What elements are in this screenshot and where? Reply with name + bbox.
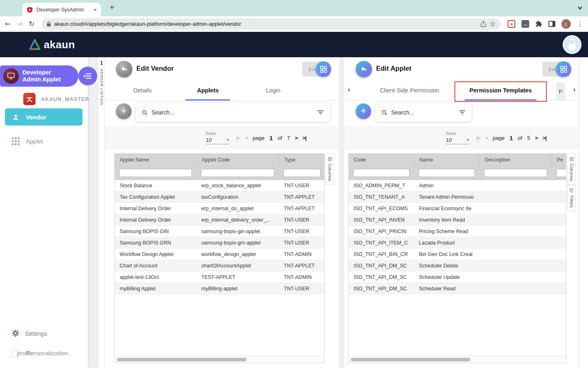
back-button[interactable] bbox=[116, 61, 132, 77]
search-box[interactable] bbox=[375, 103, 472, 122]
table-row[interactable]: ISO_TNT_API_ECOMSFinancial Ecomsync Ite bbox=[349, 203, 566, 214]
table-row[interactable]: ISO_TNT_API_BIN_CRBin Gen Doc Link Creat bbox=[349, 249, 566, 260]
user-avatar[interactable] bbox=[563, 35, 581, 54]
close-tab-icon[interactable]: × bbox=[93, 7, 97, 13]
column-header[interactable]: Description bbox=[479, 154, 552, 166]
column-header[interactable]: Type bbox=[279, 154, 325, 166]
table-cell: Samsung BOPIS GIN bbox=[115, 229, 196, 234]
horizontal-scrollbar bbox=[349, 356, 566, 363]
table-row[interactable]: Internal Delivery Ordererp_internal_do_a… bbox=[115, 203, 324, 214]
next-page-button[interactable]: > bbox=[535, 135, 538, 141]
table-row[interactable]: ISO_TNT_API_DM_SCScheduler Delete bbox=[349, 260, 566, 272]
filter-icon[interactable] bbox=[459, 110, 466, 115]
table-row[interactable]: ISO_TNT_API_ITEM_CLazada Product bbox=[349, 237, 566, 249]
column-header[interactable]: Applet Code bbox=[196, 154, 279, 166]
table-row[interactable]: ISO_TNT_API_PRICINPricing Scheme Read bbox=[349, 226, 566, 237]
search-input[interactable] bbox=[151, 109, 314, 116]
tab-permission-templates[interactable]: Permission Templates bbox=[454, 80, 547, 100]
column-header[interactable]: Name bbox=[414, 154, 479, 166]
browser-menu-icon[interactable]: ⋮ bbox=[577, 20, 583, 28]
column-header[interactable]: Applet Name bbox=[115, 154, 196, 166]
prev-page-button[interactable]: < bbox=[485, 135, 488, 141]
last-page-button[interactable]: >| bbox=[543, 135, 546, 141]
table-row[interactable]: ISO_TNT_TENANT_ATenant Admin Permissio bbox=[349, 191, 566, 203]
share-icon[interactable] bbox=[481, 21, 486, 27]
next-page-button[interactable]: > bbox=[295, 135, 298, 141]
table-row[interactable]: ISO_TNT_API_INVENInventory Item Read bbox=[349, 214, 566, 226]
table-row[interactable]: ISO_ADMIN_PERM_TAdmin bbox=[349, 180, 566, 191]
rows-select[interactable]: 10 ▼ bbox=[206, 137, 229, 144]
table-row[interactable]: ISO_TNT_API_DM_SCScheduler Update bbox=[349, 272, 566, 283]
reload-icon[interactable]: ↻ bbox=[29, 20, 35, 27]
extension-fastforward-icon[interactable]: » bbox=[508, 20, 515, 28]
last-page-button[interactable]: >| bbox=[303, 135, 306, 141]
table-cell: ISO_TNT_TENANT_A bbox=[349, 194, 414, 200]
extension-dots-icon[interactable]: ... bbox=[521, 20, 529, 28]
scrollbar-thumb[interactable] bbox=[117, 358, 247, 361]
table-row[interactable]: ISO_TNT_API_DM_SCScheduler Read bbox=[349, 283, 566, 294]
sidebar-collapse-button[interactable] bbox=[78, 67, 97, 85]
forward-icon[interactable]: → bbox=[17, 20, 22, 27]
back-button[interactable] bbox=[356, 61, 372, 77]
tab-details[interactable]: Details bbox=[110, 80, 175, 100]
view-toggle-button[interactable] bbox=[556, 61, 571, 77]
tab-applets[interactable]: Applets bbox=[175, 80, 241, 100]
browser-profile-avatar[interactable]: L bbox=[561, 19, 571, 29]
first-page-button[interactable]: |< bbox=[477, 135, 480, 141]
table-row[interactable]: Samsung BOPIS GRNsamsung-bopis-grn-apple… bbox=[115, 237, 324, 249]
table-row[interactable]: Chart of AccountchartOfAccountAppletTNT-… bbox=[115, 260, 324, 272]
filters-rail-tab[interactable]: Filters bbox=[567, 185, 576, 211]
sidebar-item-settings[interactable]: Settings bbox=[0, 327, 47, 339]
prev-page-button[interactable]: < bbox=[245, 135, 248, 141]
filter-input-applet-name[interactable] bbox=[119, 169, 192, 177]
table-row[interactable]: Internal Delivery Ordererp_internal_deli… bbox=[115, 214, 324, 226]
tab-partial[interactable]: P bbox=[556, 83, 565, 101]
table-row[interactable]: Stock Balanceerp_stock_balance_appletTNT… bbox=[115, 180, 324, 191]
tabs-scroll-right-icon[interactable]: › bbox=[573, 86, 575, 93]
filter-input-description[interactable] bbox=[484, 169, 547, 177]
table-row[interactable]: myBilling AppletmyBilling-appletTNT-USER bbox=[115, 283, 324, 294]
sidebar-item-vendor[interactable]: Vendor bbox=[5, 108, 82, 126]
tab-login[interactable]: Login bbox=[241, 80, 306, 100]
filter-icon[interactable] bbox=[317, 110, 324, 115]
table-row[interactable]: Samsung BOPIS GINsamsung-bopis-gin-apple… bbox=[115, 226, 324, 237]
browser-tab[interactable]: A Developer SysAdmin × bbox=[22, 3, 101, 16]
tab-client-side-permission[interactable]: Client Side Permission bbox=[365, 80, 454, 100]
sidebar-item-personalization[interactable]: profile Personalization bbox=[11, 348, 88, 360]
filter-input-permission[interactable] bbox=[556, 169, 566, 177]
scrollbar-thumb[interactable] bbox=[351, 358, 470, 361]
filter-input-name[interactable] bbox=[419, 169, 475, 177]
column-header[interactable]: Code bbox=[349, 154, 414, 166]
first-page-button[interactable]: |< bbox=[236, 135, 240, 141]
columns-rail-tab[interactable]: Columns bbox=[567, 153, 576, 185]
view-toggle-button[interactable] bbox=[316, 61, 331, 77]
bookmark-star-icon[interactable] bbox=[490, 21, 496, 27]
puzzle-extensions-icon[interactable] bbox=[535, 20, 542, 27]
column-header[interactable]: Pe bbox=[552, 154, 566, 166]
side-panel-icon[interactable] bbox=[548, 21, 555, 27]
tab-search-chevron-icon[interactable]: v bbox=[578, 4, 582, 11]
tabs-scroll-left-icon[interactable]: ‹ bbox=[348, 86, 350, 93]
filter-input-applet-code[interactable] bbox=[201, 169, 274, 177]
table-row[interactable]: Workflow Design Appletworkflow_design_ap… bbox=[115, 249, 324, 260]
table-cell: TNT-USER bbox=[279, 240, 325, 246]
add-button[interactable]: + bbox=[116, 103, 131, 119]
new-tab-button[interactable]: + bbox=[109, 2, 114, 12]
search-input[interactable] bbox=[391, 109, 455, 116]
address-bar[interactable]: akaun.cloud/#/applets/bigledger/akaun-pl… bbox=[42, 18, 501, 30]
table-row[interactable]: Tax Configuration ApplettaxConfiguration… bbox=[115, 191, 324, 203]
sidebar-item-akaun-master[interactable]: AKAUN_MASTER bbox=[0, 92, 88, 106]
edit-vendor-header: Edit Vendor SAVE bbox=[105, 57, 339, 80]
add-button[interactable]: + bbox=[356, 103, 371, 119]
back-icon[interactable]: ← bbox=[5, 20, 11, 27]
sidebar-applet-pill[interactable]: Developer Admin Applet bbox=[0, 65, 78, 87]
search-box[interactable] bbox=[136, 103, 330, 122]
table-row[interactable]: applet-test-13OctTEST-APPLETTNT-ADMIN bbox=[115, 272, 324, 283]
rows-select[interactable]: 10 ▼ bbox=[446, 137, 470, 144]
filter-input-code[interactable] bbox=[353, 169, 410, 177]
sidebar-applet-label: Applet bbox=[26, 138, 43, 145]
columns-rail-tab[interactable]: Columns bbox=[325, 153, 334, 185]
filter-input-type[interactable] bbox=[283, 169, 321, 177]
sidebar-item-applet[interactable]: Applet bbox=[0, 134, 43, 148]
vendor-listing-tab[interactable]: 1 VENDOR LISTING bbox=[98, 57, 105, 368]
